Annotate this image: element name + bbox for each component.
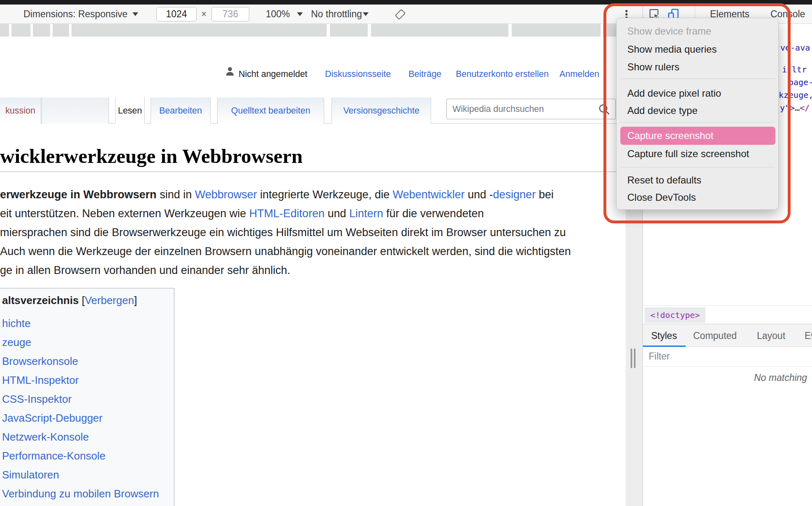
toc-item[interactable]: HTML-Inspektor xyxy=(2,371,159,390)
inline-link[interactable]: Verbergen xyxy=(85,294,134,306)
band-segment xyxy=(33,24,50,37)
dom-tree-code-line[interactable]: i ltr xyxy=(782,65,807,74)
text-run: eit unterstützen. Neben externen Werkzeu… xyxy=(0,207,249,220)
toc-item[interactable]: Performance-Konsole xyxy=(2,446,159,465)
splitter-handle[interactable] xyxy=(631,348,632,368)
styles-filter-row xyxy=(643,347,812,367)
text-run: … xyxy=(795,103,800,113)
styles-filter-input[interactable] xyxy=(649,347,805,366)
viewport-height-input[interactable] xyxy=(211,7,249,21)
tab-computed[interactable]: Computed xyxy=(693,324,737,347)
search-icon[interactable] xyxy=(598,103,610,116)
personal-discussion-link[interactable]: Diskussionsseite xyxy=(325,68,391,80)
toc-item[interactable]: CSS-Inspektor xyxy=(2,390,159,409)
splitter-handle[interactable] xyxy=(634,348,636,368)
menu-item-add-device-type[interactable]: Add device type xyxy=(617,102,779,119)
viewport-width-input[interactable] xyxy=(156,7,197,21)
text-run: ] xyxy=(134,294,137,306)
inline-link[interactable]: HTML-Editoren xyxy=(249,207,325,220)
toc-item[interactable]: zeuge xyxy=(2,333,159,352)
menu-item-capture-screenshot[interactable]: Capture screenshot xyxy=(620,127,775,145)
menu-item-show-media-queries[interactable]: Show media queries xyxy=(617,41,779,58)
band-segment xyxy=(72,24,327,37)
text-run: altsverzeichnis xyxy=(2,294,79,306)
styles-sidebar-tabs: Styles Computed Layout Ev xyxy=(643,324,812,347)
paragraph-line: ge in allen Browsern vorhanden und einan… xyxy=(0,261,290,280)
wikipedia-search-input[interactable] xyxy=(452,99,592,119)
tab-edit[interactable]: Bearbeiten xyxy=(151,97,211,124)
toc-title: altsverzeichnis [Verbergen] xyxy=(2,294,137,307)
menu-item-show-rulers[interactable]: Show rulers xyxy=(617,58,779,76)
text-run: bei xyxy=(536,188,554,201)
chevron-down-icon xyxy=(132,12,138,16)
personal-not-logged-in: Nicht angemeldet xyxy=(239,68,307,80)
text-run: y"> xyxy=(780,103,795,113)
toc-item[interactable]: JavaScript-Debugger xyxy=(2,409,159,427)
page-title: wicklerwerkzeuge in Webbrowsern xyxy=(0,142,626,172)
paragraph-line: erwerkzeuge in Webbrowsern sind in Webbr… xyxy=(0,185,554,204)
menu-divider xyxy=(621,122,775,123)
paragraph-line: Auch wenn die Werkzeuge der einzelnen Br… xyxy=(0,242,571,261)
article-tab-strip: kussion Lesen Bearbeiten Quelltext bearb… xyxy=(0,97,626,124)
screen: Dimensions: Responsive × 100% No throttl… xyxy=(0,0,812,506)
breadcrumb-doctype[interactable]: <!doctype> xyxy=(645,307,705,323)
text-run: ve-ava xyxy=(780,43,810,53)
paragraph-line: eit unterstützen. Neben externen Werkzeu… xyxy=(0,204,484,223)
menu-item-add-device-pixel-ratio[interactable]: Add device pixel ratio xyxy=(617,85,779,102)
text-run: sind in xyxy=(157,188,195,201)
tab-layout[interactable]: Layout xyxy=(757,324,785,347)
personal-contributions-link[interactable]: Beiträge xyxy=(408,68,441,80)
menu-item-close-devtools[interactable]: Close DevTools xyxy=(617,189,779,206)
toc-items: hichtezeugeBrowserkonsoleHTML-InspektorC… xyxy=(2,314,159,503)
inline-link[interactable]: Webentwickler xyxy=(392,188,464,201)
chevron-down-icon xyxy=(297,12,303,16)
text-run: [ xyxy=(79,294,84,306)
dom-tree-code-line[interactable]: kzeuge, xyxy=(779,90,812,100)
band-segment xyxy=(12,24,30,37)
wikipedia-search-box[interactable] xyxy=(446,99,616,119)
menu-item-show-device-frame: Show device frame xyxy=(617,23,779,40)
dimensions-multiply-sign: × xyxy=(201,5,206,23)
tab-edit-source[interactable]: Quelltext bearbeiten xyxy=(217,97,324,124)
text-run: </ xyxy=(800,103,810,113)
inline-link[interactable]: Webbrowser xyxy=(195,188,257,201)
device-mode-options-menu: Show device frame Show media queries Sho… xyxy=(616,18,779,210)
device-emulation-toolbar: Dimensions: Responsive × 100% No throttl… xyxy=(0,5,643,24)
band-segment xyxy=(53,24,69,37)
personal-create-account-link[interactable]: Benutzerkonto erstellen xyxy=(456,68,549,80)
text-run: erwerkzeuge in Webbrowsern xyxy=(0,188,157,201)
dimensions-selector[interactable]: Dimensions: Responsive xyxy=(23,5,128,23)
inline-link[interactable]: designer xyxy=(493,188,536,201)
paragraph-line: miersprachen sind die Browserwerkzeuge e… xyxy=(0,223,566,242)
menu-divider xyxy=(621,79,775,79)
tab-read[interactable]: Lesen xyxy=(115,97,145,124)
rotate-viewport-icon[interactable] xyxy=(394,8,406,21)
table-of-contents: altsverzeichnis [Verbergen] hichtezeugeB… xyxy=(0,288,174,506)
tab-event-listeners[interactable]: Ev xyxy=(805,324,812,347)
user-icon xyxy=(225,66,235,77)
menu-item-reset-to-defaults[interactable]: Reset to defaults xyxy=(617,172,779,189)
text-run: kzeuge, xyxy=(779,90,812,100)
toc-item[interactable]: Simulatoren xyxy=(2,465,159,484)
dom-tree-code-line[interactable]: page- xyxy=(789,77,812,87)
tab-styles[interactable]: Styles xyxy=(651,324,677,347)
toc-item[interactable]: Verbindung zu mobilen Browsern xyxy=(2,484,159,503)
dom-tree-code-line[interactable]: ve-ava xyxy=(780,43,810,53)
text-run: und xyxy=(325,207,349,220)
text-run: ge in allen Browsern vorhanden und einan… xyxy=(0,264,290,276)
tab-history[interactable]: Versionsgeschichte xyxy=(332,97,431,124)
text-run: i ltr xyxy=(782,65,807,74)
dom-tree-code-line[interactable]: y">…</ xyxy=(780,103,810,113)
tab-discussion[interactable]: kussion xyxy=(0,97,41,124)
menu-item-capture-full-size-screenshot[interactable]: Capture full size screenshot xyxy=(617,145,779,163)
window-top-strip xyxy=(0,0,812,5)
elements-breadcrumb-bar: <!doctype> xyxy=(643,305,812,324)
toc-item[interactable]: Browserkonsole xyxy=(2,352,159,371)
personal-login-link[interactable]: Anmelden xyxy=(559,68,599,80)
toc-item[interactable]: Netzwerk-Konsole xyxy=(2,427,159,446)
throttling-selector[interactable]: No throttling xyxy=(311,5,362,23)
toc-item[interactable]: hichte xyxy=(2,314,159,333)
menu-divider xyxy=(621,167,775,167)
zoom-selector[interactable]: 100% xyxy=(266,5,290,23)
inline-link[interactable]: Lintern xyxy=(349,207,383,220)
